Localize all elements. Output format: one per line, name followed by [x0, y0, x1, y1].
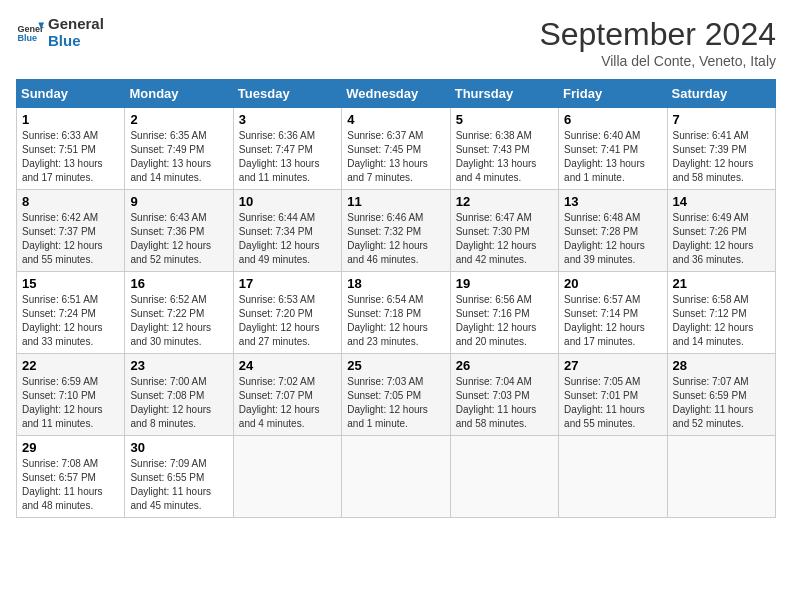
day-info: Sunrise: 6:43 AM Sunset: 7:36 PM Dayligh…: [130, 211, 227, 267]
day-number: 10: [239, 194, 336, 209]
day-info: Sunrise: 6:49 AM Sunset: 7:26 PM Dayligh…: [673, 211, 770, 267]
day-number: 20: [564, 276, 661, 291]
col-header-thursday: Thursday: [450, 80, 558, 108]
day-number: 8: [22, 194, 119, 209]
day-info: Sunrise: 7:08 AM Sunset: 6:57 PM Dayligh…: [22, 457, 119, 513]
day-info: Sunrise: 6:36 AM Sunset: 7:47 PM Dayligh…: [239, 129, 336, 185]
day-cell: [450, 436, 558, 518]
day-number: 4: [347, 112, 444, 127]
day-number: 30: [130, 440, 227, 455]
week-row-3: 15Sunrise: 6:51 AM Sunset: 7:24 PM Dayli…: [17, 272, 776, 354]
day-number: 6: [564, 112, 661, 127]
day-cell: 1Sunrise: 6:33 AM Sunset: 7:51 PM Daylig…: [17, 108, 125, 190]
day-number: 16: [130, 276, 227, 291]
day-number: 22: [22, 358, 119, 373]
day-cell: 16Sunrise: 6:52 AM Sunset: 7:22 PM Dayli…: [125, 272, 233, 354]
day-cell: 28Sunrise: 7:07 AM Sunset: 6:59 PM Dayli…: [667, 354, 775, 436]
day-info: Sunrise: 6:59 AM Sunset: 7:10 PM Dayligh…: [22, 375, 119, 431]
day-cell: 15Sunrise: 6:51 AM Sunset: 7:24 PM Dayli…: [17, 272, 125, 354]
col-header-saturday: Saturday: [667, 80, 775, 108]
day-info: Sunrise: 6:56 AM Sunset: 7:16 PM Dayligh…: [456, 293, 553, 349]
day-cell: [559, 436, 667, 518]
day-cell: 2Sunrise: 6:35 AM Sunset: 7:49 PM Daylig…: [125, 108, 233, 190]
day-number: 3: [239, 112, 336, 127]
day-cell: 20Sunrise: 6:57 AM Sunset: 7:14 PM Dayli…: [559, 272, 667, 354]
day-cell: 8Sunrise: 6:42 AM Sunset: 7:37 PM Daylig…: [17, 190, 125, 272]
day-number: 25: [347, 358, 444, 373]
day-number: 19: [456, 276, 553, 291]
day-cell: 23Sunrise: 7:00 AM Sunset: 7:08 PM Dayli…: [125, 354, 233, 436]
day-number: 12: [456, 194, 553, 209]
day-info: Sunrise: 6:40 AM Sunset: 7:41 PM Dayligh…: [564, 129, 661, 185]
day-cell: 6Sunrise: 6:40 AM Sunset: 7:41 PM Daylig…: [559, 108, 667, 190]
day-cell: 5Sunrise: 6:38 AM Sunset: 7:43 PM Daylig…: [450, 108, 558, 190]
day-info: Sunrise: 6:57 AM Sunset: 7:14 PM Dayligh…: [564, 293, 661, 349]
day-info: Sunrise: 6:33 AM Sunset: 7:51 PM Dayligh…: [22, 129, 119, 185]
day-cell: [342, 436, 450, 518]
day-info: Sunrise: 6:44 AM Sunset: 7:34 PM Dayligh…: [239, 211, 336, 267]
col-header-friday: Friday: [559, 80, 667, 108]
day-info: Sunrise: 6:47 AM Sunset: 7:30 PM Dayligh…: [456, 211, 553, 267]
calendar-header-row: SundayMondayTuesdayWednesdayThursdayFrid…: [17, 80, 776, 108]
calendar-table: SundayMondayTuesdayWednesdayThursdayFrid…: [16, 79, 776, 518]
day-info: Sunrise: 6:35 AM Sunset: 7:49 PM Dayligh…: [130, 129, 227, 185]
day-number: 15: [22, 276, 119, 291]
day-info: Sunrise: 6:54 AM Sunset: 7:18 PM Dayligh…: [347, 293, 444, 349]
day-number: 23: [130, 358, 227, 373]
day-cell: 19Sunrise: 6:56 AM Sunset: 7:16 PM Dayli…: [450, 272, 558, 354]
day-number: 17: [239, 276, 336, 291]
day-number: 26: [456, 358, 553, 373]
week-row-1: 1Sunrise: 6:33 AM Sunset: 7:51 PM Daylig…: [17, 108, 776, 190]
day-number: 21: [673, 276, 770, 291]
day-info: Sunrise: 6:37 AM Sunset: 7:45 PM Dayligh…: [347, 129, 444, 185]
day-cell: 27Sunrise: 7:05 AM Sunset: 7:01 PM Dayli…: [559, 354, 667, 436]
day-number: 28: [673, 358, 770, 373]
day-cell: 10Sunrise: 6:44 AM Sunset: 7:34 PM Dayli…: [233, 190, 341, 272]
day-info: Sunrise: 6:53 AM Sunset: 7:20 PM Dayligh…: [239, 293, 336, 349]
day-number: 29: [22, 440, 119, 455]
day-cell: 25Sunrise: 7:03 AM Sunset: 7:05 PM Dayli…: [342, 354, 450, 436]
day-info: Sunrise: 6:51 AM Sunset: 7:24 PM Dayligh…: [22, 293, 119, 349]
col-header-sunday: Sunday: [17, 80, 125, 108]
week-row-5: 29Sunrise: 7:08 AM Sunset: 6:57 PM Dayli…: [17, 436, 776, 518]
week-row-2: 8Sunrise: 6:42 AM Sunset: 7:37 PM Daylig…: [17, 190, 776, 272]
day-number: 11: [347, 194, 444, 209]
day-number: 5: [456, 112, 553, 127]
day-cell: 24Sunrise: 7:02 AM Sunset: 7:07 PM Dayli…: [233, 354, 341, 436]
day-info: Sunrise: 6:42 AM Sunset: 7:37 PM Dayligh…: [22, 211, 119, 267]
day-number: 14: [673, 194, 770, 209]
day-number: 7: [673, 112, 770, 127]
logo: General Blue General Blue: [16, 16, 104, 49]
col-header-tuesday: Tuesday: [233, 80, 341, 108]
day-info: Sunrise: 6:46 AM Sunset: 7:32 PM Dayligh…: [347, 211, 444, 267]
day-number: 13: [564, 194, 661, 209]
svg-text:Blue: Blue: [17, 33, 37, 43]
day-cell: 26Sunrise: 7:04 AM Sunset: 7:03 PM Dayli…: [450, 354, 558, 436]
day-number: 18: [347, 276, 444, 291]
col-header-wednesday: Wednesday: [342, 80, 450, 108]
col-header-monday: Monday: [125, 80, 233, 108]
day-info: Sunrise: 6:52 AM Sunset: 7:22 PM Dayligh…: [130, 293, 227, 349]
day-info: Sunrise: 7:03 AM Sunset: 7:05 PM Dayligh…: [347, 375, 444, 431]
day-info: Sunrise: 7:00 AM Sunset: 7:08 PM Dayligh…: [130, 375, 227, 431]
week-row-4: 22Sunrise: 6:59 AM Sunset: 7:10 PM Dayli…: [17, 354, 776, 436]
day-number: 9: [130, 194, 227, 209]
day-number: 1: [22, 112, 119, 127]
day-number: 27: [564, 358, 661, 373]
day-cell: 9Sunrise: 6:43 AM Sunset: 7:36 PM Daylig…: [125, 190, 233, 272]
day-cell: 18Sunrise: 6:54 AM Sunset: 7:18 PM Dayli…: [342, 272, 450, 354]
header: General Blue General Blue September 2024…: [16, 16, 776, 69]
day-cell: 4Sunrise: 6:37 AM Sunset: 7:45 PM Daylig…: [342, 108, 450, 190]
day-cell: 30Sunrise: 7:09 AM Sunset: 6:55 PM Dayli…: [125, 436, 233, 518]
day-cell: 17Sunrise: 6:53 AM Sunset: 7:20 PM Dayli…: [233, 272, 341, 354]
day-cell: 21Sunrise: 6:58 AM Sunset: 7:12 PM Dayli…: [667, 272, 775, 354]
day-cell: 12Sunrise: 6:47 AM Sunset: 7:30 PM Dayli…: [450, 190, 558, 272]
day-cell: 13Sunrise: 6:48 AM Sunset: 7:28 PM Dayli…: [559, 190, 667, 272]
day-info: Sunrise: 6:41 AM Sunset: 7:39 PM Dayligh…: [673, 129, 770, 185]
day-info: Sunrise: 7:07 AM Sunset: 6:59 PM Dayligh…: [673, 375, 770, 431]
day-cell: 3Sunrise: 6:36 AM Sunset: 7:47 PM Daylig…: [233, 108, 341, 190]
day-cell: [233, 436, 341, 518]
day-info: Sunrise: 7:02 AM Sunset: 7:07 PM Dayligh…: [239, 375, 336, 431]
day-cell: 7Sunrise: 6:41 AM Sunset: 7:39 PM Daylig…: [667, 108, 775, 190]
day-info: Sunrise: 7:04 AM Sunset: 7:03 PM Dayligh…: [456, 375, 553, 431]
